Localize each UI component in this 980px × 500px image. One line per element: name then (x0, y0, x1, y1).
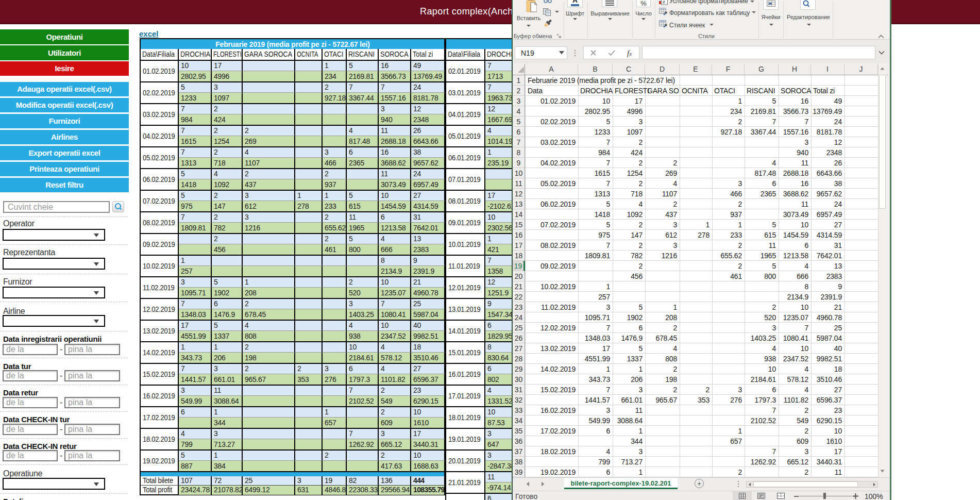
svg-text:≠: ≠ (663, 0, 665, 5)
